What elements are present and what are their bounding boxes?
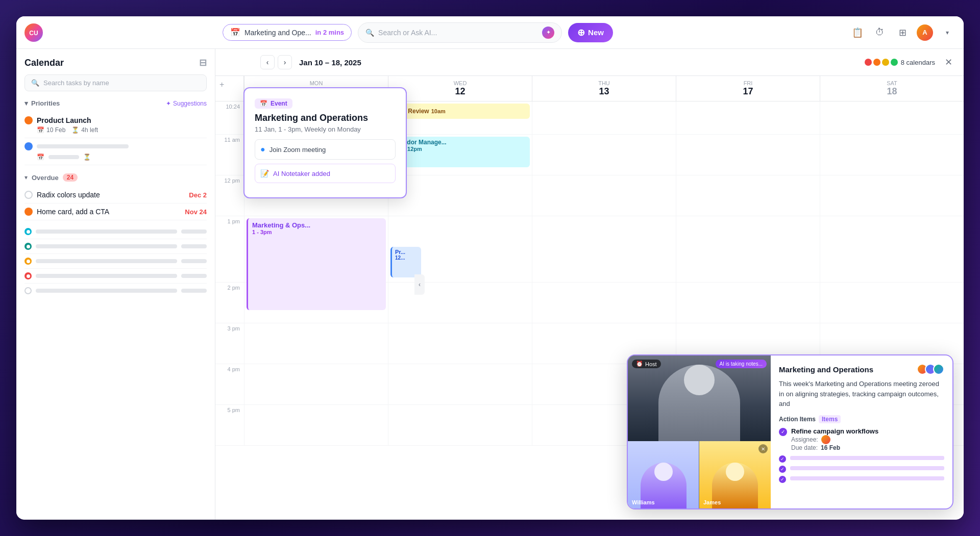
task-date: 📅 10 Feb [37, 126, 65, 134]
new-button[interactable]: ⊕ New [568, 23, 613, 42]
cal-cell [676, 216, 820, 282]
cal-cell [388, 175, 532, 216]
task-time-left: ⏳ 4h left [71, 126, 98, 134]
sidebar-search[interactable]: 🔍 Search tasks by name [24, 74, 207, 91]
event-pr[interactable]: Pr... 12... [390, 247, 421, 277]
priorities-toggle[interactable]: ▾ Priorities [24, 99, 60, 107]
ai-notes-badge: AI is taking notes... [716, 360, 767, 368]
user-avatar[interactable]: A [917, 24, 933, 41]
cal-prev-btn[interactable]: ‹ [260, 55, 275, 69]
cal-cell [244, 364, 388, 404]
task-overdue-date: Nov 24 [185, 208, 207, 216]
time-label-1pm: 1 pm [215, 216, 244, 282]
cal-cell [388, 323, 532, 364]
due-date-label: Due date: [791, 444, 818, 451]
event-pill[interactable]: 📅 Marketing and Ope... in 2 mins [223, 24, 352, 41]
calendar-icon: 📅 [37, 154, 44, 161]
event-vendor-manage[interactable]: Vendor Manage... 11 - 12pm [390, 137, 530, 167]
time-label-12: 12 pm [215, 175, 244, 216]
meeting-popup-title: Marketing and Operations [779, 365, 873, 374]
task-meta: 📅 10 Feb ⏳ 4h left [37, 126, 207, 134]
sidebar: Calendar ⊟ 🔍 Search tasks by name ▾ Prio… [16, 49, 215, 520]
add-time-btn[interactable]: + [219, 80, 224, 89]
event-detail-popup: 📅 Event Marketing and Operations 11 Jan,… [243, 87, 407, 198]
event-time: 11 - 12pm [396, 146, 526, 152]
time-label-2pm: 2 pm [215, 283, 244, 323]
join-zoom-btn[interactable]: ● Join Zoom meeting [255, 139, 396, 160]
participant-james: James ✕ [699, 441, 771, 508]
task-product-launch[interactable]: Product Launch 📅 10 Feb ⏳ 4h left [24, 112, 207, 138]
time-row-2pm: 2 pm [215, 283, 964, 323]
cal-cell [820, 283, 964, 323]
due-date-value: 16 Feb [821, 444, 840, 451]
calendar-icon: 📅 [37, 126, 44, 134]
cal-cell [532, 216, 676, 282]
cal-cell [388, 364, 532, 404]
event-pill-time: in 2 mins [315, 29, 344, 36]
due-date-meta: Due date: 16 Feb [791, 444, 878, 451]
cal-cell [244, 405, 388, 445]
time-row-1pm: 1 pm Marketing & Ops... 1 - 3pm Pr... 12… [215, 216, 964, 283]
timer-icon[interactable]: ⏱ [872, 24, 888, 41]
sidebar-search-icon: 🔍 [31, 79, 39, 87]
calendar-icon: 📅 [260, 100, 267, 107]
sidebar-layout-icon[interactable]: ⊟ [199, 57, 207, 68]
suggestions-button[interactable]: ✦ Suggestions [166, 100, 207, 107]
cal-cell [244, 323, 388, 364]
task-placeholder-1[interactable]: 📅 ⏳ [24, 138, 207, 165]
sidebar-toggle[interactable]: ‹ [414, 274, 425, 295]
completed-items: ✓ ✓ ✓ [779, 455, 944, 483]
time-label-5pm: 5 pm [215, 405, 244, 445]
task-time-value: 4h left [81, 126, 98, 134]
task-status-indicator [24, 191, 33, 199]
chevron-down-icon[interactable]: ▾ [939, 24, 955, 41]
participant-williams: Williams [628, 441, 699, 508]
top-bar: CU 📅 Marketing and Ope... in 2 mins 🔍 Se… [16, 16, 964, 49]
join-zoom-label: Join Zoom meeting [270, 146, 326, 154]
event-time: 12... [395, 255, 418, 261]
time-label-10: 10:24 [215, 101, 244, 134]
new-button-label: New [588, 28, 604, 37]
event-kpi-review[interactable]: KPI Review 10am [390, 104, 530, 119]
event-title: Pr... [395, 249, 418, 255]
ai-notetaker-btn[interactable]: 📝 AI Notetaker added [255, 164, 396, 183]
event-title: Marketing & Ops... [252, 221, 382, 229]
task-status-indicator [24, 208, 33, 216]
calendars-indicator[interactable]: 8 calendars [865, 59, 935, 66]
event-time: 10am [431, 108, 446, 114]
time-label-11: 11 am [215, 135, 244, 175]
overdue-task-home-card[interactable]: Home card, add a CTA Nov 24 [24, 203, 207, 220]
chevron-icon: ▾ [24, 174, 28, 181]
sidebar-title-text: Calendar [24, 58, 64, 68]
hourglass-icon: ⏳ [71, 126, 79, 134]
ai-notes-label: AI is taking notes... [720, 361, 763, 367]
grid-icon[interactable]: ⊞ [894, 24, 911, 41]
close-participant-btn[interactable]: ✕ [758, 444, 768, 453]
cal-cell [532, 283, 676, 323]
host-label: Host [645, 361, 657, 367]
action-items-header: Action Items Items [779, 415, 944, 423]
assignee-label: Assignee: [791, 436, 818, 443]
suggestions-label: Suggestions [173, 100, 207, 107]
task-date-value: 10 Feb [46, 126, 65, 134]
main-video: ⏰ Host AI is taking notes... [628, 355, 771, 441]
task-status-indicator [24, 142, 33, 150]
cal-cell [532, 135, 676, 175]
clock-icon: ⏰ [636, 361, 643, 367]
placeholder-tasks [24, 224, 207, 298]
search-bar[interactable]: 🔍 Search or Ask AI... ✦ [358, 22, 562, 43]
event-time: 1 - 3pm [252, 229, 382, 235]
overdue-task-radix[interactable]: Radix colors update Dec 2 [24, 187, 207, 203]
ai-notetaker-label: AI Notetaker added [273, 170, 330, 177]
participant-name-james: James [703, 499, 721, 505]
close-calendar-btn[interactable]: ✕ [941, 55, 955, 69]
cal-next-btn[interactable]: › [278, 55, 292, 69]
cal-cell [244, 283, 388, 323]
cal-cell [820, 101, 964, 134]
app-logo[interactable]: CU [24, 23, 43, 42]
time-label-4pm: 4 pm [215, 364, 244, 404]
clipboard-icon[interactable]: 📋 [849, 24, 866, 41]
meeting-title-row: Marketing and Operations [779, 364, 944, 375]
participant-name-williams: Williams [632, 499, 655, 505]
meeting-popup-inner: ⏰ Host AI is taking notes... [628, 355, 952, 508]
